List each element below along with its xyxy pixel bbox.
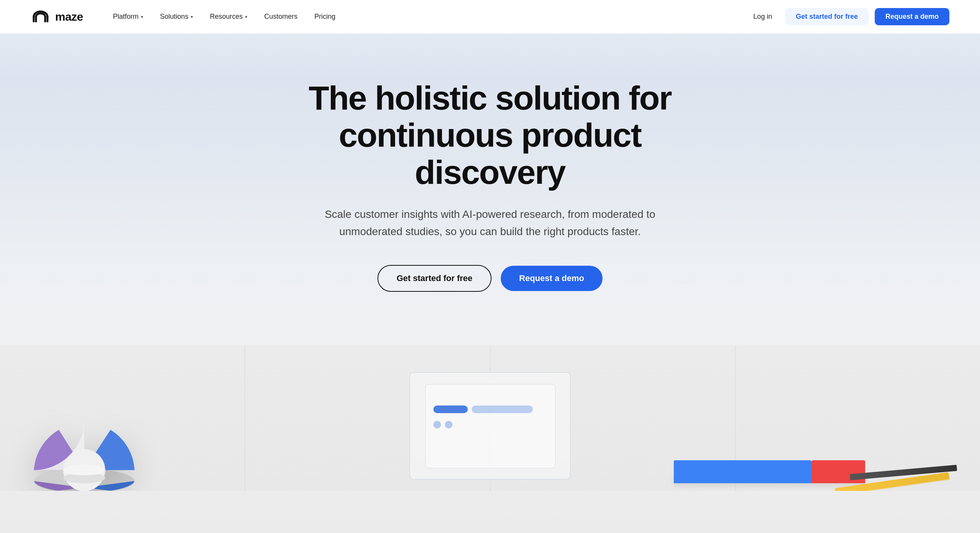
hero-section: The holistic solution for continuous pro…	[0, 0, 980, 533]
platform-chevron-icon: ▾	[141, 14, 143, 20]
hero-visual-area	[0, 345, 980, 491]
hero-get-started-button[interactable]: Get started for free	[377, 265, 492, 292]
nav-links: Platform ▾ Solutions ▾ Resources ▾ Custo…	[106, 9, 746, 25]
pie-chart	[23, 399, 161, 491]
maze-logo-icon	[31, 10, 51, 24]
get-started-nav-button[interactable]: Get started for free	[785, 8, 869, 25]
hero-buttons: Get started for free Request a demo	[377, 265, 603, 292]
nav-resources[interactable]: Resources ▾	[203, 9, 254, 25]
pie-chart-svg	[23, 399, 145, 491]
hero-subtitle: Scale customer insights with AI-powered …	[318, 206, 662, 240]
svg-point-3	[63, 465, 105, 475]
request-demo-nav-button[interactable]: Request a demo	[875, 8, 949, 25]
tools-visual	[827, 414, 980, 491]
nav-actions: Log in Get started for free Request a de…	[746, 8, 949, 25]
logo-text: maze	[55, 10, 83, 23]
resources-chevron-icon: ▾	[245, 14, 247, 20]
hero-title: The holistic solution for continuous pro…	[260, 80, 720, 191]
nav-platform[interactable]: Platform ▾	[106, 9, 150, 25]
bar-blue	[674, 460, 812, 483]
nav-pricing[interactable]: Pricing	[307, 9, 342, 25]
navbar: maze Platform ▾ Solutions ▾ Resources ▾ …	[0, 0, 980, 34]
hero-request-demo-button[interactable]: Request a demo	[501, 266, 603, 291]
login-button[interactable]: Log in	[746, 9, 779, 25]
wireframe-mockup	[394, 368, 586, 483]
nav-solutions[interactable]: Solutions ▾	[153, 9, 200, 25]
solutions-chevron-icon: ▾	[191, 14, 193, 20]
nav-customers[interactable]: Customers	[257, 9, 304, 25]
hero-content: The holistic solution for continuous pro…	[222, 34, 758, 322]
logo-link[interactable]: maze	[31, 10, 83, 24]
